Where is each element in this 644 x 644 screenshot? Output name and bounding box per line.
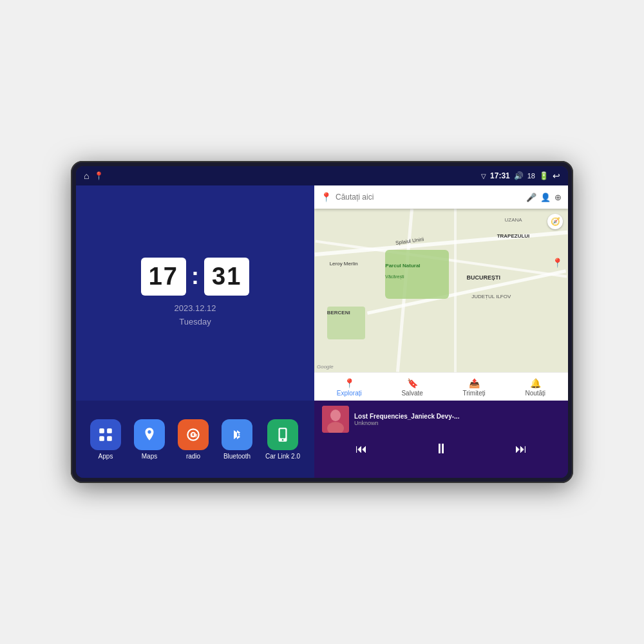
clock-minutes: 31 <box>204 258 249 296</box>
map-layers-icon[interactable]: ⊕ <box>554 193 562 202</box>
svg-rect-6 <box>280 429 286 438</box>
apps-icon <box>90 419 121 450</box>
map-search-input[interactable] <box>336 193 522 202</box>
app-item-bluetooth[interactable]: Bluetooth <box>222 419 252 460</box>
music-text: Lost Frequencies_Janieck Devy-... Unknow… <box>354 413 560 426</box>
explore-icon: 📍 <box>344 378 355 388</box>
explore-label: Explorați <box>337 390 362 397</box>
map-widget[interactable]: 📍 🎤 👤 ⊕ <box>314 185 568 401</box>
play-pause-button[interactable]: ⏸ <box>429 438 453 460</box>
maps-pin-icon[interactable]: 📍 <box>94 171 104 180</box>
map-pin-icon: 📍 <box>321 192 332 202</box>
news-icon: 🔔 <box>530 378 541 388</box>
next-button[interactable]: ⏭ <box>510 440 532 459</box>
svg-rect-0 <box>99 428 104 433</box>
app-item-carlink[interactable]: Car Link 2.0 <box>265 419 300 460</box>
clock-colon: : <box>191 263 199 290</box>
map-search-bar[interactable]: 📍 🎤 👤 ⊕ <box>314 185 568 209</box>
apps-grid-icon <box>97 426 114 443</box>
bluetooth-label: Bluetooth <box>223 453 251 460</box>
map-footer-saved[interactable]: 🔖 Salvate <box>401 378 422 397</box>
saved-label: Salvate <box>401 390 422 397</box>
clock-display: 17 : 31 <box>141 258 250 296</box>
app-item-maps[interactable]: Maps <box>134 419 165 460</box>
volume-icon[interactable]: 🔊 <box>514 171 524 180</box>
maps-icon <box>134 419 165 450</box>
map-footer-news[interactable]: 🔔 Noutăți <box>525 378 545 397</box>
maps-map-icon <box>141 426 158 443</box>
share-icon: 📤 <box>469 378 480 388</box>
music-artist: Unknown <box>354 420 560 426</box>
mic-icon[interactable]: 🎤 <box>526 193 536 202</box>
map-footer-share[interactable]: 📤 Trimiteți <box>463 378 486 397</box>
radio-wave-icon: FM <box>185 426 202 443</box>
saved-icon: 🔖 <box>407 378 418 388</box>
map-body[interactable]: BUCUREȘTI JUDEȚUL ILFOV BERCENI TRAPEZUL… <box>314 209 568 372</box>
svg-rect-1 <box>107 428 112 433</box>
music-title: Lost Frequencies_Janieck Devy-... <box>354 413 560 420</box>
music-controls: ⏮ ⏸ ⏭ <box>322 438 560 460</box>
svg-point-7 <box>282 439 284 440</box>
clock-widget: 17 : 31 2023.12.12 Tuesday <box>76 185 314 401</box>
carlink-icon <box>267 419 298 450</box>
maps-label: Maps <box>142 453 157 460</box>
status-time: 17:31 <box>490 171 510 180</box>
svg-point-9 <box>330 410 341 421</box>
svg-rect-3 <box>107 436 112 441</box>
radio-label: radio <box>186 453 200 460</box>
news-label: Noutăți <box>525 390 545 397</box>
home-icon[interactable]: ⌂ <box>84 171 89 181</box>
music-player: Lost Frequencies_Janieck Devy-... Unknow… <box>314 401 568 478</box>
bluetooth-symbol-icon <box>229 426 245 444</box>
status-left: ⌂ 📍 <box>84 171 104 181</box>
status-right: ▽ 17:31 🔊 18 🔋 ↩ <box>481 171 560 181</box>
main-content: 17 : 31 2023.12.12 Tuesday 📍 🎤 👤 ⊕ <box>76 185 568 478</box>
clock-hours: 17 <box>141 258 186 296</box>
app-item-radio[interactable]: FM radio <box>178 419 209 460</box>
album-art-face <box>322 406 349 433</box>
album-art-svg <box>322 406 349 433</box>
screen: ⌂ 📍 ▽ 17:31 🔊 18 🔋 ↩ 17 : 31 <box>76 166 568 478</box>
carlink-label: Car Link 2.0 <box>265 453 300 460</box>
album-art <box>322 406 349 433</box>
map-background: BUCUREȘTI JUDEȚUL ILFOV BERCENI TRAPEZUL… <box>314 209 568 372</box>
clock-date: 2023.12.12 Tuesday <box>174 302 216 329</box>
svg-text:FM: FM <box>191 433 198 439</box>
bluetooth-icon <box>222 419 252 450</box>
car-head-unit: ⌂ 📍 ▽ 17:31 🔊 18 🔋 ↩ 17 : 31 <box>71 161 573 483</box>
app-bar: Apps Maps FM <box>76 401 314 478</box>
apps-label: Apps <box>99 453 113 460</box>
svg-rect-2 <box>99 436 104 441</box>
back-icon[interactable]: ↩ <box>553 171 560 181</box>
radio-icon: FM <box>178 419 209 450</box>
share-label: Trimiteți <box>463 390 486 397</box>
map-footer-explore[interactable]: 📍 Explorați <box>337 378 362 397</box>
signal-icon: ▽ <box>481 173 486 180</box>
carlink-phone-icon <box>274 426 291 443</box>
battery-value: 18 <box>527 172 535 180</box>
prev-button[interactable]: ⏮ <box>350 440 372 459</box>
music-info: Lost Frequencies_Janieck Devy-... Unknow… <box>322 406 560 433</box>
map-footer: 📍 Explorați 🔖 Salvate 📤 Trimiteți 🔔 Nout… <box>314 372 568 401</box>
app-item-apps[interactable]: Apps <box>90 419 121 460</box>
status-bar: ⌂ 📍 ▽ 17:31 🔊 18 🔋 ↩ <box>76 166 568 185</box>
battery-icon: 🔋 <box>539 171 549 180</box>
account-icon[interactable]: 👤 <box>540 193 551 202</box>
